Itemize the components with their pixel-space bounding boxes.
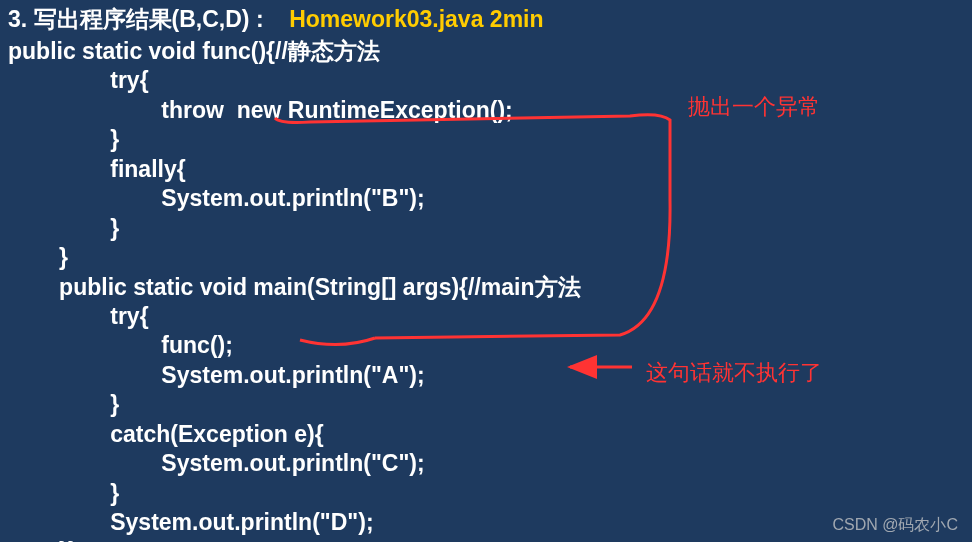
code-block: public static void func(){//静态方法 try{ th… — [8, 37, 964, 542]
code-line: System.out.println("B"); — [8, 184, 964, 213]
question-title: 写出程序结果(B,C,D) : — [34, 6, 264, 32]
code-line: finally{ — [8, 155, 964, 184]
code-line: public static void main(String[] args){/… — [8, 273, 964, 302]
code-line: }} — [8, 537, 964, 542]
code-line: try{ — [8, 66, 964, 95]
code-line: try{ — [8, 302, 964, 331]
annotation-throw: 抛出一个异常 — [688, 92, 820, 122]
code-line: func(); — [8, 331, 964, 360]
filename-label: Homework03.java 2min — [289, 6, 543, 32]
code-line: System.out.println("C"); — [8, 449, 964, 478]
watermark: CSDN @码农小C — [832, 515, 958, 536]
slide-title: 3. 写出程序结果(B,C,D) : Homework03.java 2min — [8, 4, 964, 35]
code-line: } — [8, 390, 964, 419]
code-line: } — [8, 479, 964, 508]
code-line: } — [8, 125, 964, 154]
code-line: } — [8, 243, 964, 272]
code-line: public static void func(){//静态方法 — [8, 37, 964, 66]
code-line: System.out.println("D"); — [8, 508, 964, 537]
slide-container: 3. 写出程序结果(B,C,D) : Homework03.java 2min … — [0, 0, 972, 542]
question-number: 3. — [8, 6, 27, 32]
annotation-skip: 这句话就不执行了 — [646, 358, 822, 388]
code-line: throw new RuntimeException(); — [8, 96, 964, 125]
code-line: } — [8, 214, 964, 243]
code-line: catch(Exception e){ — [8, 420, 964, 449]
